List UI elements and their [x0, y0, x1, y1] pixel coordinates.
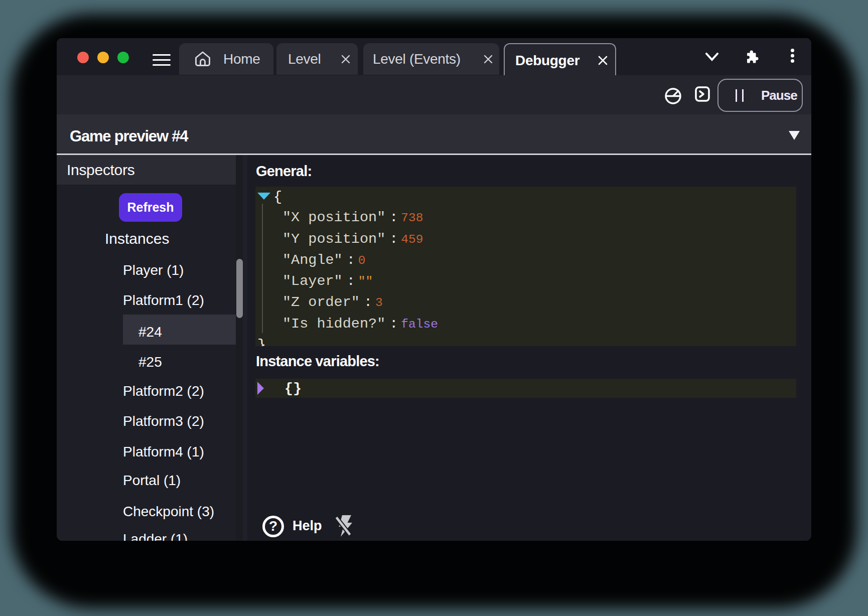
svg-text:?: ? [269, 518, 277, 534]
